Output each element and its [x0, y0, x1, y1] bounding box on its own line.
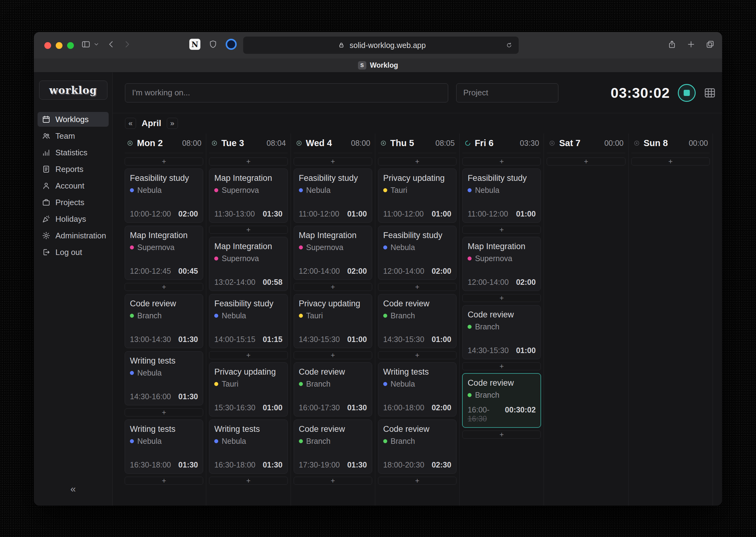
sidebar-item-administration[interactable]: Administration [38, 228, 109, 243]
task-duration: 02:00 [347, 267, 367, 275]
minimize-window-button[interactable] [56, 42, 63, 49]
sidebar-item-log-out[interactable]: Log out [38, 245, 109, 260]
add-worklog-button[interactable]: + [294, 477, 372, 485]
tab-title[interactable]: Worklog [370, 61, 398, 69]
worklog-card[interactable]: Code review Branch 17:30-19:00 01:30 [294, 420, 372, 474]
share-icon[interactable] [667, 39, 677, 50]
worklog-card[interactable]: Map Integration Supernova 12:00-12:45 00… [125, 226, 203, 280]
project-name: Branch [306, 437, 331, 446]
sidebar-item-holidays[interactable]: Holidays [38, 212, 109, 227]
worklog-card[interactable]: Code review Branch 18:00-20:30 02:30 [378, 420, 457, 474]
day-column-sun: Sun 8 00:00 + [629, 134, 713, 506]
browser-toolbar: N solid-worklog.web.app [34, 32, 722, 59]
day-running-icon [464, 140, 471, 147]
task-time-range: 12:00-12:45 [130, 267, 171, 275]
sidebar-item-account[interactable]: Account [38, 178, 109, 193]
add-worklog-button[interactable]: + [125, 283, 203, 291]
add-worklog-button[interactable]: + [547, 157, 625, 165]
worklog-card[interactable]: Feasibility study Nebula 11:00-12:00 01:… [294, 169, 372, 223]
worklog-card[interactable]: Map Integration Supernova 12:00-14:00 02… [462, 237, 541, 291]
reload-icon[interactable] [504, 40, 514, 51]
stop-timer-button[interactable] [678, 84, 696, 102]
worklog-card[interactable]: Code review Branch 14:30-15:30 01:00 [378, 294, 457, 348]
add-worklog-button[interactable]: + [378, 283, 457, 291]
add-worklog-button[interactable]: + [294, 351, 372, 359]
add-worklog-button[interactable]: + [378, 477, 457, 485]
worklog-card[interactable]: Map Integration Supernova 11:30-13:00 01… [209, 169, 288, 223]
add-worklog-button[interactable]: + [125, 477, 203, 485]
project-color-dot [299, 245, 303, 249]
add-worklog-button[interactable]: + [462, 157, 541, 165]
back-button-icon[interactable] [106, 39, 116, 50]
tab-overview-icon[interactable] [705, 39, 715, 50]
add-worklog-button[interactable]: + [209, 351, 288, 359]
add-worklog-button[interactable]: + [209, 226, 288, 234]
task-time-range: 12:00-14:00 [467, 278, 509, 287]
worklog-card[interactable]: Feasibility study Nebula 10:00-12:00 02:… [125, 169, 203, 223]
add-worklog-button[interactable]: + [462, 294, 541, 302]
worklog-card[interactable]: Map Integration Supernova 12:00-14:00 02… [294, 226, 372, 280]
add-worklog-button[interactable]: + [462, 431, 541, 438]
worklog-card[interactable]: Writing tests Nebula 14:30-16:00 01:30 [125, 351, 203, 405]
sidebar-item-worklogs[interactable]: Worklogs [38, 112, 109, 127]
zoom-window-button[interactable] [67, 42, 74, 49]
add-worklog-button[interactable]: + [631, 157, 710, 165]
chevron-down-icon[interactable] [91, 39, 102, 50]
day-column-tue: Tue 3 08:04 + Map Integration Supernova … [206, 134, 290, 506]
team-icon [42, 132, 51, 140]
add-worklog-button[interactable]: + [462, 226, 541, 234]
sidebar-item-statistics[interactable]: Statistics [38, 145, 109, 160]
next-week-button[interactable]: » [167, 118, 178, 129]
profile-extension-icon[interactable] [226, 39, 237, 50]
sidebar-toggle-icon[interactable] [81, 39, 91, 50]
project-select[interactable]: Project [456, 83, 558, 103]
timer-display: 03:30:02 [611, 85, 670, 101]
previous-week-button[interactable]: « [125, 118, 136, 129]
add-worklog-button[interactable]: + [209, 477, 288, 485]
projects-icon [42, 198, 51, 207]
sidebar-item-team[interactable]: Team [38, 129, 109, 143]
project-name: Supernova [222, 254, 259, 263]
worklog-card[interactable]: Feasibility study Nebula 11:00-12:00 01:… [462, 169, 541, 223]
grid-view-toggle[interactable] [704, 87, 716, 99]
notion-extension-icon[interactable]: N [189, 39, 200, 50]
add-worklog-button[interactable]: + [294, 283, 372, 291]
worklog-card[interactable]: Privacy updating Tauri 11:00-12:00 01:00 [378, 169, 457, 223]
add-worklog-button[interactable]: + [378, 157, 457, 165]
worklog-card[interactable]: Code review Branch 16:00-17:30 01:30 [294, 362, 372, 416]
app-logo: worklog [39, 81, 108, 100]
worklog-card[interactable]: Map Integration Supernova 13:02-14:00 00… [209, 237, 288, 291]
worklog-card[interactable]: Privacy updating Tauri 15:30-16:30 01:00 [209, 362, 288, 416]
day-name: Sun 8 [644, 138, 668, 148]
forward-button-icon[interactable] [122, 39, 132, 50]
worklog-card[interactable]: Writing tests Nebula 16:30-18:00 01:30 [209, 420, 288, 474]
add-worklog-button[interactable]: + [462, 362, 541, 370]
add-worklog-button[interactable]: + [209, 157, 288, 165]
add-worklog-button[interactable]: + [125, 157, 203, 165]
worklog-card[interactable]: Writing tests Nebula 16:00-18:00 02:00 [378, 362, 457, 416]
worklog-card[interactable]: Writing tests Nebula 16:30-18:00 01:30 [125, 420, 203, 474]
worklog-card[interactable]: Code review Branch 14:30-15:30 01:00 [462, 305, 541, 359]
worklog-card[interactable]: Feasibility study Nebula 12:00-14:00 02:… [378, 226, 457, 280]
task-duration: 00:45 [178, 267, 198, 275]
sidebar-item-projects[interactable]: Projects [38, 195, 109, 210]
add-worklog-button[interactable]: + [378, 351, 457, 359]
day-name: Wed 4 [306, 138, 332, 148]
new-tab-icon[interactable] [686, 39, 696, 50]
worklog-card[interactable]: Feasibility study Nebula 14:00-15:15 01:… [209, 294, 288, 348]
add-worklog-button[interactable]: + [125, 408, 203, 416]
address-bar[interactable]: solid-worklog.web.app [243, 37, 519, 54]
active-worklog-card[interactable]: Code review Branch 16:00-16:30 00:30:02 [462, 373, 541, 428]
worklog-card[interactable]: Code review Branch 13:00-14:30 01:30 [125, 294, 203, 348]
worklog-card[interactable]: Privacy updating Tauri 14:30-15:30 01:00 [294, 294, 372, 348]
project-name: Branch [306, 380, 331, 389]
shield-extension-icon[interactable] [208, 39, 218, 50]
task-input[interactable] [125, 83, 448, 103]
day-name: Tue 3 [221, 138, 244, 148]
sidebar-item-reports[interactable]: Reports [38, 162, 109, 177]
day-body: + Feasibility study Nebula 11:00-12:00 0… [294, 153, 372, 488]
add-worklog-button[interactable]: + [294, 157, 372, 165]
close-window-button[interactable] [44, 42, 51, 49]
sidebar-collapse-button[interactable]: « [34, 483, 112, 495]
task-title: Feasibility study [214, 299, 282, 309]
